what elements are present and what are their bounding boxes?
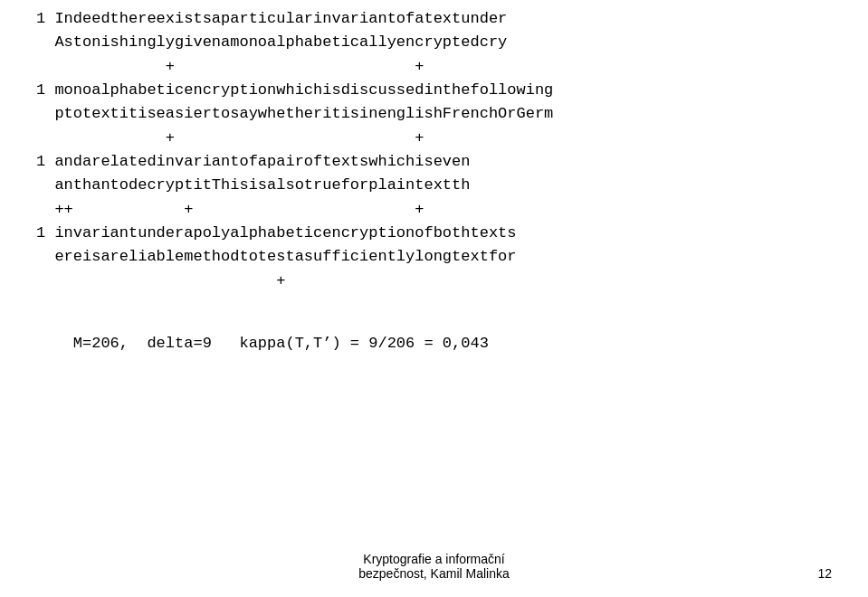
text-line-12: +	[36, 270, 832, 293]
footer-text: Kryptografie a informační bezpečnost, Ka…	[358, 552, 510, 581]
page-number: 12	[817, 566, 832, 581]
text-line-2: Astonishinglygivenamonoalphabeticallyenc…	[36, 31, 832, 54]
footer: Kryptografie a informační bezpečnost, Ka…	[0, 552, 868, 581]
main-content: 1 Indeedthereexistsaparticularinvarianto…	[0, 0, 868, 355]
text-line-7: 1 andarelatedinvariantofapairoftextswhic…	[36, 150, 832, 174]
text-line-11: ereisareliablemethodtotestasufficientlyl…	[36, 245, 832, 269]
text-line-4: 1 monoalphabeticencryptionwhichisdiscuss…	[36, 79, 832, 102]
text-line-8: anthantodecryptitThisisalsotrueforplaint…	[36, 174, 832, 197]
text-line-9: ++ + +	[36, 198, 832, 222]
text-line-10: 1 invariantunderapolyalphabeticencryptio…	[36, 222, 832, 245]
footer-subtitle: bezpečnost, Kamil Malinka	[358, 566, 510, 581]
text-line-1: 1 Indeedthereexistsaparticularinvarianto…	[36, 7, 832, 31]
text-line-6: + +	[36, 127, 832, 150]
text-line-3: + +	[36, 55, 832, 79]
formula-line: M=206, delta=9 kappa(T,T’) = 9/206 = 0,0…	[36, 332, 832, 355]
text-line-5: ptotextitiseasiertosaywhetheritisinengli…	[36, 102, 832, 126]
footer-title: Kryptografie a informační	[358, 552, 510, 566]
